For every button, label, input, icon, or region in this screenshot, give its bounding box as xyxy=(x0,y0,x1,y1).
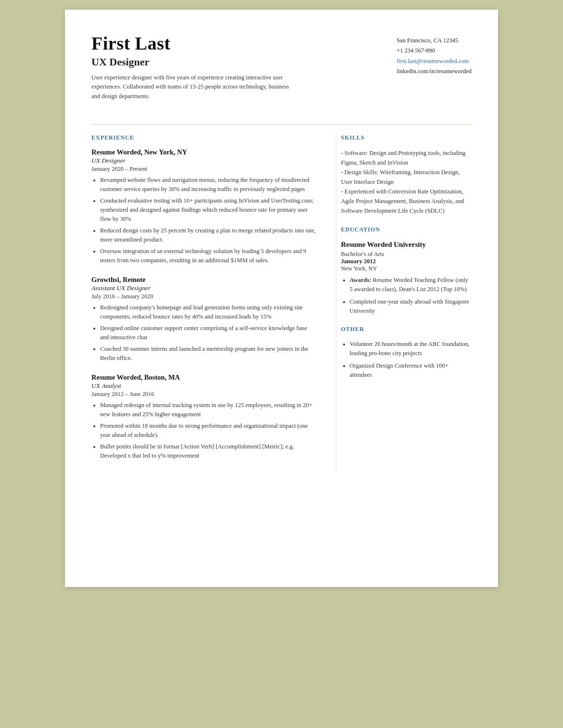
list-item: Designed online customer support center … xyxy=(100,324,317,342)
email-link[interactable]: first.last@resumeworded.com xyxy=(397,58,469,64)
edu-award-label: Awards: xyxy=(350,277,371,283)
candidate-title: UX Designer xyxy=(91,56,397,68)
job-3-bullets: Managed redesign of internal tracking sy… xyxy=(91,401,317,460)
job-2-dates: July 2016 – January 2020 xyxy=(91,293,317,300)
list-item: Organized Design Conference with 100+ at… xyxy=(350,361,472,380)
job-1-title: UX Designer xyxy=(91,157,317,165)
header-left: First Last UX Designer User experience d… xyxy=(91,34,397,101)
edu-degree: Bachelor's of Arts xyxy=(341,251,472,258)
other-bullets: Volunteer 20 hours/month at the ABC foun… xyxy=(341,340,472,379)
job-2-company: Growthsi, xyxy=(91,276,121,283)
job-1-location: New York, NY xyxy=(142,148,187,156)
list-item: Redesigned company's homepage and lead g… xyxy=(100,303,317,321)
contact-linkedin: linkedin.com/in/resumeworded xyxy=(397,66,472,77)
job-1-dates: January 2020 – Present xyxy=(91,166,317,173)
skills-section-title: SKILLS xyxy=(341,134,472,141)
job-2-bullets: Redesigned company's homepage and lead g… xyxy=(91,303,317,363)
education-section: EDUCATION Resume Worded University Bache… xyxy=(341,226,472,316)
resume-body: EXPERIENCE Resume Worded, New York, NY U… xyxy=(91,134,472,471)
edu-year: January 2012 xyxy=(341,258,472,265)
edu-school: Resume Worded University xyxy=(341,240,472,250)
job-3: Resume Worded, Boston, MA UX Analyst Jan… xyxy=(91,373,317,460)
job-3-title: UX Analyst xyxy=(91,382,317,390)
job-1-company: Resume Worded, xyxy=(91,148,142,156)
list-item: Managed redesign of internal tracking sy… xyxy=(100,401,317,419)
edu-location: New York, NY xyxy=(341,265,472,272)
skills-content: - Software: Design and Prototyping tools… xyxy=(341,148,472,216)
candidate-summary: User experience designer with five years… xyxy=(91,73,298,101)
list-item: Awards: Resume Worded Teaching Fellow (o… xyxy=(350,276,472,294)
job-3-company: Resume Worded, xyxy=(91,373,142,381)
right-column: SKILLS - Software: Design and Prototypin… xyxy=(336,134,472,471)
header: First Last UX Designer User experience d… xyxy=(91,34,472,110)
job-1: Resume Worded, New York, NY UX Designer … xyxy=(91,148,317,265)
job-1-header: Resume Worded, New York, NY xyxy=(91,148,317,156)
list-item: Revamped website flows and navigation me… xyxy=(100,176,317,194)
job-2-location: Remote xyxy=(121,276,145,283)
other-section: OTHER Volunteer 20 hours/month at the AB… xyxy=(341,326,472,379)
job-1-bullets: Revamped website flows and navigation me… xyxy=(91,176,317,265)
contact-address: San Francisco, CA 12345 xyxy=(397,36,472,46)
job-3-header: Resume Worded, Boston, MA xyxy=(91,373,317,382)
list-item: Reduced design costs by 25 percent by cr… xyxy=(100,226,317,244)
list-item: Conducted evaluative testing with 10+ pa… xyxy=(100,196,317,224)
job-2-header: Growthsi, Remote xyxy=(91,276,317,284)
list-item: Completed one-year study abroad with Sin… xyxy=(350,297,472,316)
edu-details: Resume Worded University Bachelor's of A… xyxy=(341,240,472,316)
job-2: Growthsi, Remote Assistant UX Designer J… xyxy=(91,276,317,363)
resume-container: First Last UX Designer User experience d… xyxy=(65,10,498,587)
job-3-location: Boston, MA xyxy=(142,373,180,381)
experience-section-title: EXPERIENCE xyxy=(91,134,317,141)
header-contact: San Francisco, CA 12345 +1 234 567-890 f… xyxy=(397,34,472,77)
left-column: EXPERIENCE Resume Worded, New York, NY U… xyxy=(91,134,317,471)
list-item: Volunteer 20 hours/month at the ABC foun… xyxy=(350,340,472,358)
edu-bullets: Awards: Resume Worded Teaching Fellow (o… xyxy=(341,276,472,315)
list-item: Coached 30 summer interns and launched a… xyxy=(100,345,317,363)
job-3-dates: January 2012 – June 2016 xyxy=(91,391,317,398)
job-2-title: Assistant UX Designer xyxy=(91,284,317,292)
skills-section: SKILLS - Software: Design and Prototypin… xyxy=(341,134,472,216)
other-section-title: OTHER xyxy=(341,326,472,333)
header-divider xyxy=(91,124,472,125)
candidate-name: First Last xyxy=(91,34,397,54)
list-item: Promoted within 18 months due to strong … xyxy=(100,421,317,440)
education-section-title: EDUCATION xyxy=(341,226,472,233)
contact-email[interactable]: first.last@resumeworded.com xyxy=(397,56,472,66)
experience-section: EXPERIENCE Resume Worded, New York, NY U… xyxy=(91,134,317,460)
contact-phone: +1 234 567-890 xyxy=(397,46,472,56)
list-item: Bullet points should be in format [Actio… xyxy=(100,442,317,460)
list-item: Oversaw integration of an external techn… xyxy=(100,247,317,265)
